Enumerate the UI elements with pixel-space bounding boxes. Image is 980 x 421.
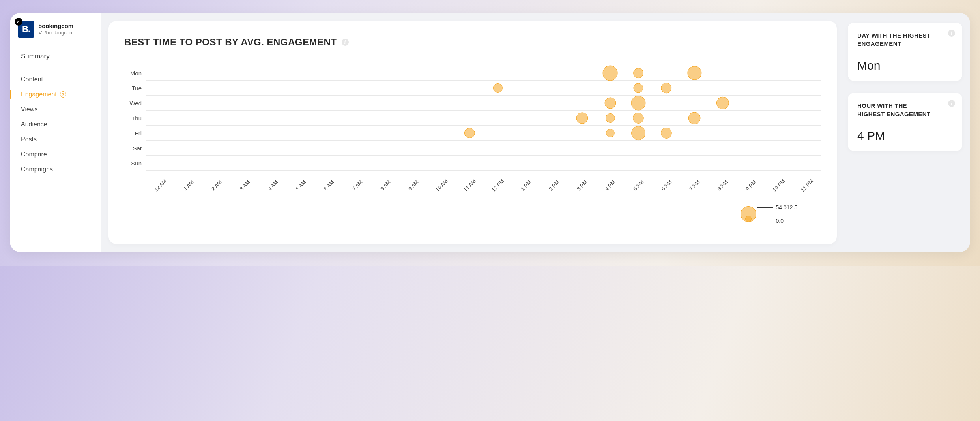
- avatar-wrap: B.: [18, 21, 34, 38]
- x-tick-label: 12 AM: [153, 178, 168, 193]
- x-tick-label: 3 AM: [239, 179, 251, 192]
- x-tick-label: 3 PM: [576, 179, 588, 192]
- nav-item-label: Engagement: [21, 91, 57, 98]
- chart-area: MonTueWedThuFriSatSun: [124, 66, 821, 176]
- x-tick-label: 9 PM: [744, 179, 757, 192]
- x-tick-label: 2 AM: [210, 179, 223, 192]
- sidebar-item-views[interactable]: Views: [10, 102, 101, 117]
- y-tick-label: Sat: [124, 141, 142, 156]
- nav-item-label: Campaigns: [21, 166, 53, 173]
- stat-day-label: DAY WITH THE HIGHEST ENGAGEMENT: [857, 31, 932, 48]
- data-bubble[interactable]: [631, 126, 645, 140]
- sidebar-item-summary[interactable]: Summary: [10, 49, 101, 68]
- x-tick-label: 8 AM: [379, 179, 392, 192]
- sidebar: B. bookingcom /bookingcom SummaryContent…: [10, 13, 101, 252]
- y-axis-labels: MonTueWedThuFriSatSun: [124, 66, 146, 176]
- profile-texts: bookingcom /bookingcom: [38, 23, 74, 36]
- x-tick-label: 5 PM: [632, 179, 645, 192]
- x-tick-label: 2 PM: [548, 179, 560, 192]
- x-tick-label: 4 AM: [267, 179, 279, 192]
- grid-row: [146, 156, 821, 171]
- stat-day-value: Mon: [857, 59, 953, 72]
- x-tick-label: 6 AM: [323, 179, 335, 192]
- nav-item-label: Content: [21, 76, 43, 83]
- data-bubble[interactable]: [633, 68, 643, 78]
- data-bubble[interactable]: [602, 66, 618, 81]
- stats-column: i DAY WITH THE HIGHEST ENGAGEMENT Mon i …: [848, 21, 962, 244]
- stat-card-hour: i HOUR WITH THE HIGHEST ENGAGEMENT 4 PM: [848, 93, 962, 151]
- sidebar-item-audience[interactable]: Audience: [10, 117, 101, 132]
- y-tick-label: Sun: [124, 156, 142, 171]
- stat-hour-label: HOUR WITH THE HIGHEST ENGAGEMENT: [857, 101, 932, 118]
- nav-item-label: Compare: [21, 151, 47, 158]
- x-tick-label: 11 PM: [800, 178, 814, 192]
- profile-name: bookingcom: [38, 23, 74, 29]
- x-axis-labels: 12 AM1 AM2 AM3 AM4 AM5 AM6 AM7 AM8 AM9 A…: [146, 176, 821, 194]
- x-tick-label: 10 PM: [772, 178, 786, 192]
- chart-grid[interactable]: [146, 66, 821, 176]
- nav-item-label: Views: [21, 106, 37, 113]
- info-icon[interactable]: i: [948, 100, 955, 107]
- y-tick-label: Mon: [124, 66, 142, 81]
- legend-bubble-large: [741, 206, 756, 222]
- sidebar-item-engagement[interactable]: Engagement?: [10, 87, 101, 102]
- help-icon[interactable]: ?: [60, 91, 66, 98]
- y-tick-label: Wed: [124, 96, 142, 111]
- info-icon[interactable]: i: [948, 30, 955, 37]
- x-tick-label: 1 AM: [182, 179, 195, 192]
- data-bubble[interactable]: [576, 112, 588, 124]
- stat-hour-value: 4 PM: [857, 129, 953, 143]
- sidebar-item-posts[interactable]: Posts: [10, 132, 101, 147]
- sidebar-nav: SummaryContentEngagement?ViewsAudiencePo…: [10, 45, 101, 177]
- app-container: B. bookingcom /bookingcom SummaryContent…: [10, 13, 970, 252]
- tiktok-icon: [15, 18, 22, 26]
- data-bubble[interactable]: [688, 112, 701, 124]
- x-tick-label: 7 PM: [688, 179, 701, 192]
- x-tick-label: 5 AM: [295, 179, 307, 192]
- main: BEST TIME TO POST BY AVG. ENGAGEMENT i M…: [101, 13, 970, 252]
- y-tick-label: Thu: [124, 111, 142, 126]
- y-tick-label: Fri: [124, 126, 142, 141]
- legend-bubble-small: [745, 216, 752, 222]
- profile-header[interactable]: B. bookingcom /bookingcom: [10, 21, 101, 45]
- chart-title-row: BEST TIME TO POST BY AVG. ENGAGEMENT i: [124, 37, 821, 48]
- profile-handle: /bookingcom: [45, 30, 74, 36]
- chart-title: BEST TIME TO POST BY AVG. ENGAGEMENT: [124, 37, 337, 48]
- x-tick-label: 9 AM: [407, 179, 420, 192]
- x-tick-label: 12 PM: [490, 178, 505, 192]
- data-bubble[interactable]: [631, 96, 645, 110]
- x-tick-label: 11 AM: [462, 178, 477, 193]
- y-tick-label: Tue: [124, 81, 142, 96]
- grid-row: [146, 81, 821, 96]
- info-icon[interactable]: i: [342, 39, 349, 46]
- grid-row: [146, 126, 821, 141]
- data-bubble[interactable]: [604, 97, 616, 109]
- x-tick-label: 6 PM: [660, 179, 673, 192]
- grid-row: [146, 66, 821, 81]
- legend-max-label: 54 012.5: [776, 204, 798, 210]
- chart-card: BEST TIME TO POST BY AVG. ENGAGEMENT i M…: [108, 21, 837, 244]
- stat-card-day: i DAY WITH THE HIGHEST ENGAGEMENT Mon: [848, 23, 962, 81]
- nav-item-label: Posts: [21, 136, 37, 143]
- sidebar-item-compare[interactable]: Compare: [10, 147, 101, 162]
- nav-item-label: Summary: [21, 53, 50, 60]
- sidebar-item-campaigns[interactable]: Campaigns: [10, 162, 101, 177]
- x-tick-label: 8 PM: [716, 179, 729, 192]
- tiktok-small-icon: [38, 29, 43, 36]
- sidebar-item-content[interactable]: Content: [10, 72, 101, 87]
- x-tick-label: 10 AM: [434, 178, 449, 193]
- size-legend: 54 012.5 0.0: [124, 204, 821, 224]
- legend-min-label: 0.0: [776, 218, 784, 224]
- grid-row: [146, 111, 821, 126]
- grid-row: [146, 141, 821, 156]
- x-tick-label: 4 PM: [604, 179, 617, 192]
- x-tick-label: 7 AM: [351, 179, 364, 192]
- x-tick-label: 1 PM: [520, 179, 532, 192]
- nav-item-label: Audience: [21, 121, 47, 128]
